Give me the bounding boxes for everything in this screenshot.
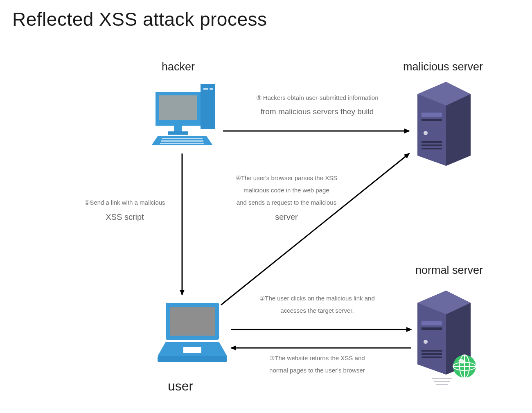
svg-rect-28 [422,350,442,352]
step4-line4: server [221,209,352,225]
svg-rect-2 [210,88,213,90]
step3-text: ③The website returns the XSS and normal … [252,352,383,377]
svg-rect-25 [422,321,442,325]
svg-rect-4 [159,95,197,120]
step3-line2: normal pages to the user's browser [269,367,365,374]
step2-line1: The user clicks on the malicious link an… [265,295,374,302]
step3-prefix: ③ [269,354,275,361]
step4-line1: The user's browser parses the XSS [241,174,337,181]
svg-rect-9 [161,140,203,142]
step4-line3: and sends a request to the malicious [237,199,336,206]
step2-text: ②The user clicks on the malicious link a… [248,292,387,317]
svg-marker-14 [417,94,446,166]
step2-prefix: ② [259,295,265,302]
svg-rect-26 [422,327,442,330]
svg-rect-43 [183,347,201,353]
svg-rect-29 [422,353,442,355]
hacker-computer-icon [151,84,221,153]
step3-line1: The website returns the XSS and [275,354,365,361]
svg-rect-42 [158,356,227,362]
step1-prefix: ① [84,199,90,206]
user-label: user [168,379,193,394]
normal-server-label: normal server [415,264,483,277]
malicious-server-label: malicious server [403,61,483,73]
svg-point-17 [424,131,428,135]
step1-line2: XSS script [72,209,178,225]
step5-line1: Hackers obtain user-submitted informatio… [261,94,379,101]
step4-line2: malicious code in the web page [243,187,329,194]
svg-rect-6 [168,131,188,135]
svg-rect-16 [422,119,442,121]
svg-rect-19 [422,144,442,146]
svg-rect-5 [174,126,182,131]
diagram-title: Reflected XSS attack process [12,8,267,30]
svg-rect-1 [203,88,208,90]
svg-point-27 [424,340,428,344]
step5-line2: from malicious servers they build [246,104,389,120]
step4-text: ④The user's browser parses the XSS malic… [221,172,352,225]
svg-marker-13 [446,94,471,166]
step1-line1: Send a link with a malicious [90,199,165,206]
svg-rect-18 [422,141,442,143]
step5-prefix: ⑤ [256,94,261,101]
svg-rect-10 [160,143,204,144]
svg-rect-8 [162,138,203,139]
step2-line2: accesses the target server. [280,307,354,314]
normal-server-icon [409,287,483,389]
svg-marker-24 [417,303,446,375]
user-laptop-icon [156,299,229,368]
step1-text: ①Send a link with a malicious XSS script [72,196,178,225]
svg-rect-15 [422,113,442,117]
svg-rect-30 [422,357,442,358]
svg-rect-20 [422,148,442,149]
diagram-canvas: Reflected XSS attack process hacker mali… [0,0,532,413]
step4-prefix: ④ [236,174,241,181]
malicious-server-icon [409,78,479,168]
svg-rect-0 [201,84,215,129]
hacker-label: hacker [162,61,195,73]
step5-text: ⑤ Hackers obtain user-submitted informat… [246,92,389,120]
svg-rect-40 [170,307,215,336]
